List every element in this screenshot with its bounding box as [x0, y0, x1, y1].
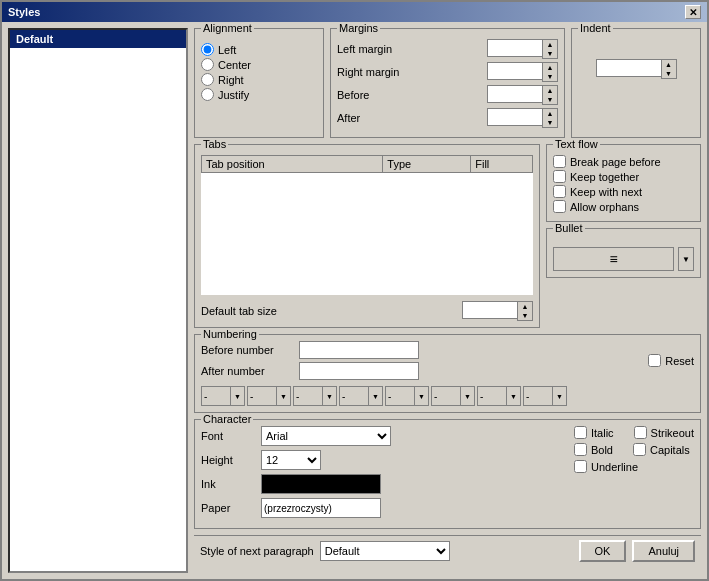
alignment-center[interactable]: Center	[201, 58, 317, 71]
num-arrow-2: ▼	[276, 387, 290, 405]
num-select-3[interactable]: -	[294, 387, 322, 405]
paper-label: Paper	[201, 502, 261, 514]
textflow-break-page[interactable]: Break page before	[553, 155, 694, 168]
num-dropdown-6[interactable]: - ▼	[431, 386, 475, 406]
num-arrow-3: ▼	[322, 387, 336, 405]
font-row: Font Arial	[201, 426, 564, 446]
margin-right-up[interactable]: ▲	[543, 63, 557, 72]
underline-check-item[interactable]: Underline	[574, 460, 638, 473]
after-number-input[interactable]	[299, 362, 419, 380]
italic-checkbox[interactable]	[574, 426, 587, 439]
character-left: Font Arial Height 12 Ink	[201, 426, 564, 522]
textflow-allow-orphans-label: Allow orphans	[570, 201, 639, 213]
textflow-bullet-col: Text flow Break page before Keep togethe…	[546, 144, 701, 328]
capitals-check-item[interactable]: Capitals	[633, 443, 690, 456]
num-select-4[interactable]: -	[340, 387, 368, 405]
next-para-label: Style of next paragraph	[200, 545, 314, 557]
underline-checkbox[interactable]	[574, 460, 587, 473]
alignment-right-radio[interactable]	[201, 73, 214, 86]
textflow-break-page-check[interactable]	[553, 155, 566, 168]
character-label: Character	[201, 413, 253, 425]
reset-checkbox[interactable]	[648, 354, 661, 367]
margin-right-input[interactable]: 0 pt	[487, 62, 542, 80]
margin-before-down[interactable]: ▼	[543, 95, 557, 104]
indent-up[interactable]: ▲	[662, 60, 676, 69]
alignment-center-radio[interactable]	[201, 58, 214, 71]
num-select-5[interactable]: -	[386, 387, 414, 405]
margin-after-down[interactable]: ▼	[543, 118, 557, 127]
margin-right-down[interactable]: ▼	[543, 72, 557, 81]
strikeout-checkbox[interactable]	[634, 426, 647, 439]
default-tab-up[interactable]: ▲	[518, 302, 532, 311]
num-dropdown-7[interactable]: - ▼	[477, 386, 521, 406]
indent-section: Indent 0 pt ▲ ▼	[571, 28, 701, 138]
num-select-8[interactable]: -	[524, 387, 552, 405]
strikeout-check-item[interactable]: Strikeout	[634, 426, 694, 439]
alignment-justify[interactable]: Justify	[201, 88, 317, 101]
close-button[interactable]: ✕	[685, 5, 701, 19]
margin-after-up[interactable]: ▲	[543, 109, 557, 118]
num-dropdown-3[interactable]: - ▼	[293, 386, 337, 406]
next-para-select[interactable]: Default	[320, 541, 450, 561]
capitals-checkbox[interactable]	[633, 443, 646, 456]
margin-right-row: Right margin 0 pt ▲ ▼	[337, 62, 558, 82]
dialog-body: Default Alignment Left Center	[2, 22, 707, 579]
textflow-keep-next[interactable]: Keep with next	[553, 185, 694, 198]
alignment-left-radio[interactable]	[201, 43, 214, 56]
bold-check-item[interactable]: Bold	[574, 443, 613, 456]
textflow-allow-orphans-check[interactable]	[553, 200, 566, 213]
margin-before-row: Before 0 pt ▲ ▼	[337, 85, 558, 105]
num-dropdown-5[interactable]: - ▼	[385, 386, 429, 406]
paper-color[interactable]: (przezroczysty)	[261, 498, 381, 518]
num-select-2[interactable]: -	[248, 387, 276, 405]
margin-before-up[interactable]: ▲	[543, 86, 557, 95]
alignment-justify-radio[interactable]	[201, 88, 214, 101]
num-dropdown-2[interactable]: - ▼	[247, 386, 291, 406]
margin-after-input[interactable]: 0 pt	[487, 108, 542, 126]
main-content: Alignment Left Center Right	[194, 28, 701, 573]
textflow-keep-together-check[interactable]	[553, 170, 566, 183]
textflow-label: Text flow	[553, 138, 600, 150]
margin-after-row: After 0 pt ▲ ▼	[337, 108, 558, 128]
ok-button[interactable]: OK	[579, 540, 627, 562]
textflow-keep-together[interactable]: Keep together	[553, 170, 694, 183]
default-tab-input[interactable]: 35.5 pt	[462, 301, 517, 319]
margin-left-down[interactable]: ▼	[543, 49, 557, 58]
capitals-label: Capitals	[650, 444, 690, 456]
margin-left-input[interactable]: 0 pt	[487, 39, 542, 57]
sidebar-item-default[interactable]: Default	[10, 30, 186, 48]
cancel-button[interactable]: Anuluj	[632, 540, 695, 562]
bullet-symbol[interactable]: ≡	[553, 247, 674, 271]
before-number-input[interactable]	[299, 341, 419, 359]
default-tab-down[interactable]: ▼	[518, 311, 532, 320]
alignment-left[interactable]: Left	[201, 43, 317, 56]
num-select-6[interactable]: -	[432, 387, 460, 405]
indent-input[interactable]: 0 pt	[596, 59, 661, 77]
num-dropdown-1[interactable]: - ▼	[201, 386, 245, 406]
bullet-dropdown-arrow[interactable]: ▼	[678, 247, 694, 271]
indent-label: Indent	[578, 22, 613, 34]
font-select[interactable]: Arial	[261, 426, 391, 446]
height-select[interactable]: 12	[261, 450, 321, 470]
textflow-keep-next-check[interactable]	[553, 185, 566, 198]
tab-col-type: Type	[383, 156, 471, 173]
bold-checkbox[interactable]	[574, 443, 587, 456]
margin-right-spin: ▲ ▼	[542, 62, 558, 82]
numbering-dropdowns: - ▼ - ▼ - ▼ - ▼	[201, 386, 694, 406]
margin-left-up[interactable]: ▲	[543, 40, 557, 49]
ink-color[interactable]	[261, 474, 381, 494]
margin-before-input[interactable]: 0 pt	[487, 85, 542, 103]
textflow-allow-orphans[interactable]: Allow orphans	[553, 200, 694, 213]
font-label: Font	[201, 430, 261, 442]
alignment-right[interactable]: Right	[201, 73, 317, 86]
before-number-label: Before number	[201, 344, 291, 356]
top-row: Alignment Left Center Right	[194, 28, 701, 138]
bullet-inner: ≡ ▼	[553, 247, 694, 271]
italic-check-item[interactable]: Italic	[574, 426, 614, 439]
margin-after-label: After	[337, 112, 417, 124]
num-dropdown-4[interactable]: - ▼	[339, 386, 383, 406]
num-select-1[interactable]: -	[202, 387, 230, 405]
indent-down[interactable]: ▼	[662, 69, 676, 78]
num-dropdown-8[interactable]: - ▼	[523, 386, 567, 406]
num-select-7[interactable]: -	[478, 387, 506, 405]
